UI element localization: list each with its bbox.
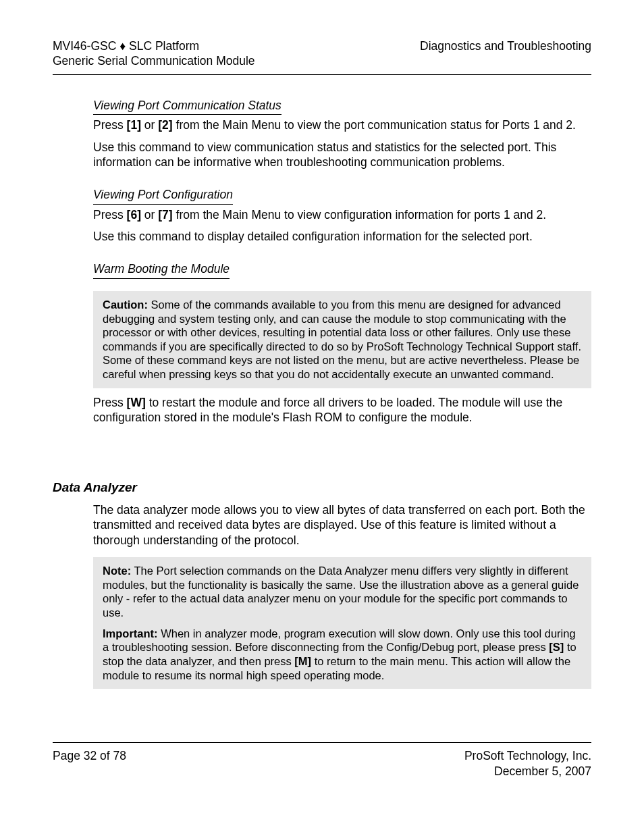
- port-config-p2: Use this command to display detailed con…: [93, 229, 591, 244]
- section-comm-status: Viewing Port Communication Status Press …: [93, 98, 591, 170]
- comm-status-p2: Use this command to view communication s…: [93, 140, 591, 170]
- header-model: MVI46-GSC: [53, 39, 119, 53]
- caution-box: Caution: Some of the commands available …: [93, 291, 591, 388]
- note-label: Note:: [103, 565, 131, 577]
- port-config-p1: Press [6] or [7] from the Main Menu to v…: [93, 207, 591, 222]
- footer-right: ProSoft Technology, Inc. December 5, 200…: [464, 748, 591, 779]
- header-left: MVI46-GSC ♦ SLC Platform Generic Serial …: [53, 39, 255, 69]
- analyzer-important: Important: When in analyzer mode, progra…: [103, 627, 582, 683]
- comm-status-p1: Press [1] or [2] from the Main Menu to v…: [93, 118, 591, 132]
- key-6: [6]: [127, 208, 141, 221]
- key-2: [2]: [158, 118, 172, 132]
- header-platform: SLC Platform: [126, 39, 199, 53]
- caution-text: Caution: Some of the commands available …: [103, 298, 582, 382]
- important-label: Important:: [103, 627, 158, 640]
- subsection-title-data-analyzer: Data Analyzer: [53, 479, 591, 496]
- page-footer: Page 32 of 78 ProSoft Technology, Inc. D…: [53, 742, 591, 779]
- footer-page-number: Page 32 of 78: [53, 748, 126, 779]
- subsection-data-analyzer: [53, 449, 591, 465]
- analyzer-note: Note: The Port selection commands on the…: [103, 564, 582, 620]
- page-body: Viewing Port Communication Status Press …: [93, 98, 591, 689]
- caution-label: Caution:: [103, 298, 148, 311]
- header-section: Diagnostics and Troubleshooting: [420, 39, 591, 54]
- key-m: [M]: [294, 655, 311, 667]
- header-right: Diagnostics and Troubleshooting: [420, 39, 591, 69]
- section-warm-boot: Warm Booting the Module Caution: Some of…: [93, 261, 591, 425]
- key-w: [W]: [127, 396, 146, 409]
- footer-company: ProSoft Technology, Inc.: [464, 748, 591, 763]
- header-product: MVI46-GSC ♦ SLC Platform: [53, 39, 255, 54]
- section-title-port-config: Viewing Port Configuration: [93, 187, 233, 204]
- section-port-config: Viewing Port Configuration Press [6] or …: [93, 187, 591, 244]
- header-module: Generic Serial Communication Module: [53, 54, 255, 69]
- analyzer-note-box: Note: The Port selection commands on the…: [93, 557, 591, 689]
- footer-date: December 5, 2007: [464, 764, 591, 779]
- warm-boot-p1: Press [W] to restart the module and forc…: [93, 395, 591, 425]
- analyzer-p1: The data analyzer mode allows you to vie…: [93, 502, 591, 548]
- key-s: [S]: [549, 641, 564, 653]
- section-title-warm-boot: Warm Booting the Module: [93, 261, 230, 278]
- key-7: [7]: [158, 208, 172, 221]
- key-1: [1]: [127, 118, 141, 132]
- section-title-comm-status: Viewing Port Communication Status: [93, 98, 281, 115]
- page-header: MVI46-GSC ♦ SLC Platform Generic Serial …: [53, 39, 591, 75]
